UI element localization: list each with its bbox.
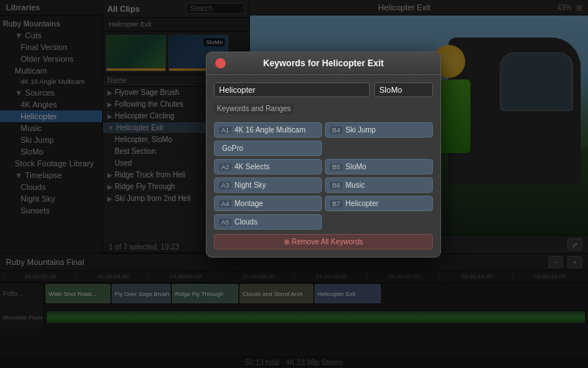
keyword-btn-slomo[interactable]: B5 SloMo <box>325 159 433 174</box>
keyword-num: A5 <box>219 219 232 226</box>
fullscreen-button[interactable]: ⤢ <box>567 238 582 250</box>
modal-section-label: Keywords and Ranges <box>214 103 294 114</box>
keyword-input-2[interactable] <box>374 82 433 97</box>
modal-body: Keywords and Ranges A1 4K 16 Angle Multi… <box>207 75 440 257</box>
ruler-mark: 01:00:04:00 <box>76 273 148 280</box>
track-content-video: Wide Shot Road... Fly Over Sage Brush Ri… <box>44 283 588 304</box>
sidebar-item-multicam[interactable]: Multicam <box>0 65 102 77</box>
audio-waveform <box>47 308 585 327</box>
remove-keywords-button[interactable]: ⊗ Remove All Keywords <box>214 234 433 250</box>
ruler-mark: 01:00:08:00 <box>221 273 294 280</box>
slomo-badge: SloMo <box>204 38 225 46</box>
cockpit-window <box>500 52 573 111</box>
timeline-clip[interactable]: Clouds and Stond Arch <box>240 284 313 303</box>
keyword-btn-ski-jump[interactable]: B4 Ski Jump <box>325 122 433 138</box>
sidebar-item-stock[interactable]: Stock Footage Library <box>0 158 102 169</box>
clip-location-label: Helicopter Exit <box>103 18 249 32</box>
preview-toolbar: Helicopter Exit 43% ⊞ <box>250 0 588 15</box>
keyword-label: GoPro <box>219 144 243 152</box>
track-content-audio <box>44 305 588 330</box>
sidebar-item-ski-jump[interactable]: Ski Jump <box>0 134 102 146</box>
ruler-mark: 01:00:10:00 <box>294 273 367 280</box>
sidebar-item-timelapse[interactable]: ▼Timelapse <box>0 169 102 181</box>
preview-zoom: 43% <box>557 4 572 12</box>
keyword-label: 4K 16 Angle Multicam <box>234 126 306 134</box>
keyword-num: A3 <box>219 182 232 189</box>
ruler-mark: 01:00:02:00 <box>3 273 76 280</box>
timeline-clip[interactable]: Fly Over Sage Brush <box>112 284 171 303</box>
col-name: Name <box>107 77 207 85</box>
sidebar-header: Libraries <box>0 0 102 15</box>
keyword-num: B4 <box>330 127 343 134</box>
track-label-video: Follo... <box>0 283 44 304</box>
keyword-btn-night-sky[interactable]: A3 Night Sky <box>214 177 322 193</box>
keyword-num: B7 <box>330 200 343 208</box>
timeline: Ruby Mountains Final − + 01:00:02:00 01:… <box>0 253 588 356</box>
search-input[interactable] <box>186 3 245 14</box>
browser-toolbar: All Clips <box>103 0 249 18</box>
sidebar-item-cuts[interactable]: ▼Cuts <box>0 29 102 41</box>
ruler-mark: 01:00:06:00 <box>148 273 221 280</box>
sidebar-item-music[interactable]: Music <box>0 122 102 134</box>
modal-title: Keywords for Helicopter Exit <box>263 58 384 68</box>
sidebar-item-final[interactable]: Final Version <box>0 41 102 53</box>
track-label-audio: Mountain Flyover <box>0 305 44 330</box>
keyword-label: Helicopter <box>345 199 379 208</box>
sidebar-item-4k-angle[interactable]: 4K 16 Angle Multicam <box>0 77 102 87</box>
keyword-grid: A1 4K 16 Angle Multicam B4 Ski Jump GoPr… <box>214 122 433 230</box>
keyword-btn-montage[interactable]: A4 Montage <box>214 196 322 211</box>
timeline-zoom-out[interactable]: − <box>548 256 563 268</box>
keyword-label: Clouds <box>234 218 257 226</box>
keyword-label: Ski Jump <box>345 126 376 134</box>
sidebar: Libraries Ruby Mountains ▼Cuts Final Ver… <box>0 0 103 253</box>
keyword-btn-gopro[interactable]: GoPro <box>214 141 322 156</box>
keyword-input-1[interactable] <box>214 82 370 97</box>
keyword-num: A4 <box>219 200 232 208</box>
video-track: Follo... Wide Shot Road... Fly Over Sage… <box>0 283 588 305</box>
sidebar-item-clouds[interactable]: Clouds <box>0 181 102 193</box>
modal-inputs-row <box>214 82 433 97</box>
timeline-title: Ruby Mountains Final <box>6 258 84 266</box>
sidebar-item-4k-angles[interactable]: 4K Angles <box>0 99 102 110</box>
status-bar: 50:13 total · 4K 23.98p Stereo <box>0 356 588 368</box>
keyword-label: Montage <box>234 199 263 208</box>
clip-thumb-1[interactable] <box>106 35 166 71</box>
keyword-label: 4K Selects <box>234 163 270 171</box>
zoom-icon[interactable]: ⊞ <box>576 4 582 12</box>
keyword-label: Night Sky <box>234 181 266 189</box>
timeline-ruler: 01:00:02:00 01:00:04:00 01:00:06:00 01:0… <box>0 271 588 283</box>
keyword-btn-4k-selects[interactable]: A2 4K Selects <box>214 159 322 174</box>
keyword-btn-music[interactable]: B6 Music <box>325 177 433 193</box>
keywords-modal[interactable]: Keywords for Helicopter Exit Keywords an… <box>206 52 441 258</box>
timeline-tracks: Follo... Wide Shot Road... Fly Over Sage… <box>0 283 588 356</box>
ruler-mark: 01:00:14:00 <box>440 273 512 280</box>
preview-title: Helicopter Exit <box>256 3 553 12</box>
sidebar-item-slomo[interactable]: SloMo <box>0 146 102 158</box>
sidebar-item-night-sky[interactable]: Night Sky <box>0 193 102 205</box>
ruler-mark: 01:00:16:00 <box>512 273 585 280</box>
modal-header: Keywords for Helicopter Exit <box>207 52 440 75</box>
keyword-label: SloMo <box>345 163 366 171</box>
sidebar-item-helicopter[interactable]: Helicopter <box>0 110 102 122</box>
sidebar-item-sources[interactable]: ▼Sources <box>0 87 102 99</box>
keyword-label: Music <box>345 181 365 189</box>
keyword-num: B6 <box>330 182 343 189</box>
keyword-num: B5 <box>330 163 343 171</box>
keyword-num: A1 <box>219 127 232 134</box>
timeline-clip[interactable]: Ridge Fly Through <box>172 284 238 303</box>
sidebar-item-older[interactable]: Older Versions <box>0 53 102 65</box>
sidebar-library[interactable]: Ruby Mountains <box>0 18 102 29</box>
keyword-btn-helicopter[interactable]: B7 Helicopter <box>325 196 433 211</box>
timeline-zoom-in[interactable]: + <box>567 256 582 268</box>
status-text: 50:13 total · 4K 23.98p Stereo <box>245 358 343 367</box>
timeline-clip[interactable]: Helicopter Exit <box>315 284 381 303</box>
browser-title: All Clips <box>107 4 140 13</box>
ruler-mark: 01:00:12:00 <box>367 273 440 280</box>
modal-close-button[interactable] <box>215 58 226 68</box>
keyword-btn-clouds[interactable]: A5 Clouds <box>214 214 322 230</box>
sidebar-item-sunsets[interactable]: Sunsets <box>0 205 102 216</box>
timeline-clip[interactable]: Wide Shot Road... <box>46 284 110 303</box>
keyword-num: A2 <box>219 163 232 171</box>
keyword-btn-4k-multicam[interactable]: A1 4K 16 Angle Multicam <box>214 122 322 138</box>
audio-track: Mountain Flyover <box>0 305 588 330</box>
